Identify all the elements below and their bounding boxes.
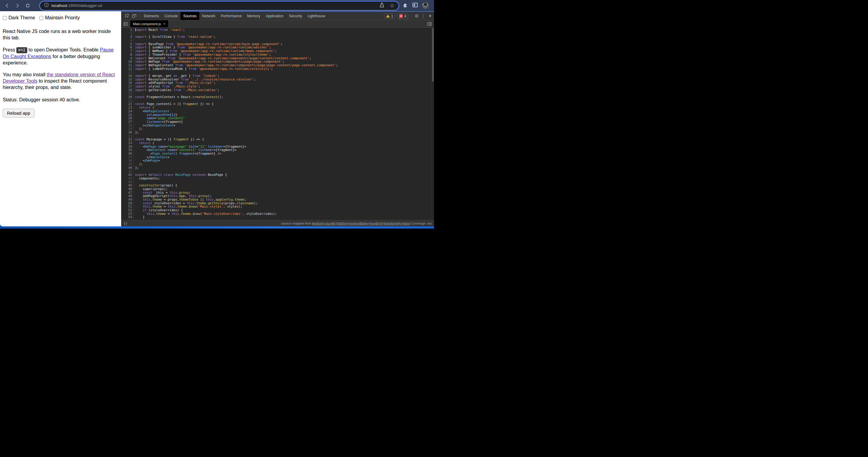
code-line: const FragmentContext = React.createCont… — [135, 95, 434, 99]
url-host: localhost — [52, 3, 67, 8]
code-line: import { isWebPreviewMode } from '@wavem… — [135, 67, 434, 71]
line-number[interactable]: 30 — [121, 131, 132, 134]
code-line: import getVariables from './Main.variabl… — [135, 88, 434, 92]
toolbar-divider — [139, 13, 140, 19]
browser-actions: ⋮ — [403, 2, 434, 9]
line-number[interactable]: 40 — [121, 166, 132, 170]
reload-icon[interactable] — [25, 3, 30, 8]
line-number[interactable]: 33 — [121, 141, 132, 145]
code-line: ></WmPageContent> — [135, 124, 434, 127]
file-tab-label: Main.component.js — [133, 22, 161, 26]
warning-icon: ! — [386, 14, 390, 18]
tab-lighthouse[interactable]: Lighthouse — [305, 12, 328, 20]
debugger-page: Dark Theme Maintain Priority React Nativ… — [0, 11, 121, 226]
tab-network[interactable]: Network — [199, 12, 218, 20]
code-line: return ( — [135, 106, 434, 109]
maintain-priority-option[interactable]: Maintain Priority — [39, 15, 80, 21]
source-map-prefix: (source mapped from — [281, 222, 312, 225]
devtools-close-icon[interactable]: × — [427, 13, 433, 19]
show-navigator-icon[interactable] — [121, 20, 130, 27]
warnings-badge[interactable]: ! 1 — [384, 13, 395, 19]
line-number[interactable]: 49 — [121, 198, 132, 202]
code-line: const Mainpage = ({ fragment }) => { — [135, 138, 434, 141]
code-line: }; — [135, 166, 434, 170]
show-debugger-sidebar-icon[interactable] — [425, 20, 434, 27]
code-lines[interactable]: import React from 'react'; import { Scro… — [134, 28, 434, 220]
devtools-hint-paragraph: Press ⌘⌥I to open Developer Tools. Enabl… — [3, 46, 118, 66]
file-tab-main-component[interactable]: Main.component.js × — [130, 20, 168, 27]
url-bar[interactable]: localhost:19000/debugger-ui/ ☆ — [40, 1, 399, 10]
site-info-icon[interactable] — [44, 3, 49, 8]
line-number[interactable]: 52 — [121, 208, 132, 212]
line-number[interactable]: 24 — [121, 109, 132, 113]
code-line: import { ScrollView } from 'react-native… — [135, 35, 434, 39]
extensions-puzzle-icon[interactable] — [403, 2, 408, 9]
react-devtools-paragraph: You may also install the standalone vers… — [3, 71, 118, 91]
code-line — [135, 181, 434, 184]
side-panel-icon[interactable] — [412, 3, 417, 8]
devtools-menu-kebab-icon[interactable]: ⋮ — [420, 13, 427, 19]
line-number[interactable]: 14 — [121, 74, 132, 78]
toolbar-divider-right — [411, 13, 412, 19]
source-map-note: (source mapped from AppEntry.bundle?plat… — [281, 222, 432, 225]
line-number[interactable]: 4 — [121, 39, 132, 42]
code-line: }; — [135, 131, 434, 134]
share-icon[interactable] — [379, 2, 384, 9]
code-line: export default class MainPage extends Ba… — [135, 173, 434, 177]
warning-count: 1 — [391, 14, 393, 18]
forward-icon[interactable] — [14, 3, 20, 8]
code-line: <Page_content1 fragment={fragment} /> — [135, 152, 434, 156]
errors-badge[interactable]: × 4 — [397, 13, 408, 19]
line-number[interactable]: 8 — [121, 53, 132, 57]
reload-app-button[interactable]: Reload app — [3, 109, 34, 118]
source-map-link[interactable]: AppEntry.bundle?platform=android&dev=tru… — [312, 222, 410, 225]
line-number[interactable]: 46 — [121, 187, 132, 191]
dark-theme-checkbox[interactable] — [3, 16, 7, 20]
url-path: :19000/debugger-ui/ — [67, 3, 102, 8]
code-line: <WmPageContent — [135, 109, 434, 113]
line-number[interactable]: 17 — [121, 85, 132, 88]
line-number[interactable]: 36 — [121, 152, 132, 156]
line-number[interactable]: 1 — [121, 28, 132, 32]
bookmark-star-icon[interactable]: ☆ — [390, 3, 394, 8]
code-editor[interactable]: 1234567891011121314151617181920212223242… — [121, 28, 434, 220]
error-icon: × — [399, 14, 403, 18]
tab-security[interactable]: Security — [286, 12, 305, 20]
editor-scrollbar-thumb[interactable] — [432, 28, 434, 82]
maintain-priority-checkbox[interactable] — [39, 16, 43, 20]
code-line: ); — [135, 163, 434, 166]
tab-sources[interactable]: Sources — [181, 12, 199, 20]
editor-scrollbar[interactable] — [432, 28, 434, 220]
line-number[interactable]: 54 — [121, 216, 132, 219]
devtools-toolbar: Elements Console Sources Network Perform… — [121, 12, 434, 20]
settings-gear-icon[interactable]: ⚙ — [413, 13, 420, 19]
dark-theme-option[interactable]: Dark Theme — [3, 15, 35, 21]
inspect-element-icon[interactable] — [123, 13, 130, 19]
line-number[interactable]: 20 — [121, 95, 132, 99]
maintain-priority-label: Maintain Priority — [45, 15, 80, 21]
code-line: </WmContent> — [135, 156, 434, 159]
profile-avatar[interactable] — [422, 2, 429, 9]
gutter[interactable]: 1234567891011121314151617181920212223242… — [121, 28, 134, 220]
tab-application[interactable]: Application — [263, 12, 286, 20]
device-toolbar-icon[interactable] — [130, 13, 138, 19]
devtools-shortcut-kbd: ⌘⌥I — [17, 47, 27, 53]
url-text[interactable]: localhost:19000/debugger-ui/ — [52, 3, 102, 8]
line-number[interactable]: 27 — [121, 120, 132, 124]
tab-performance[interactable]: Performance — [218, 12, 244, 20]
line-number[interactable]: 43 — [121, 177, 132, 181]
tab-console[interactable]: Console — [162, 12, 181, 20]
tab-memory[interactable]: Memory — [244, 12, 263, 20]
devtools-pane: Elements Console Sources Network Perform… — [121, 11, 434, 226]
line-number[interactable]: 11 — [121, 64, 132, 67]
window-content: Dark Theme Maintain Priority React Nativ… — [0, 11, 434, 226]
text-caret — [135, 28, 136, 31]
browser-menu-kebab-icon[interactable]: ⋮ — [433, 3, 434, 8]
file-tab-close-icon[interactable]: × — [163, 22, 165, 26]
tab-elements[interactable]: Elements — [141, 12, 162, 20]
back-icon[interactable] — [4, 3, 10, 8]
pretty-print-button[interactable]: {} — [124, 222, 127, 226]
options-row: Dark Theme Maintain Priority — [3, 15, 118, 21]
background-window-strip — [0, 226, 434, 228]
code-line: const Page_content1 = ({ fragment }) => … — [135, 102, 434, 106]
